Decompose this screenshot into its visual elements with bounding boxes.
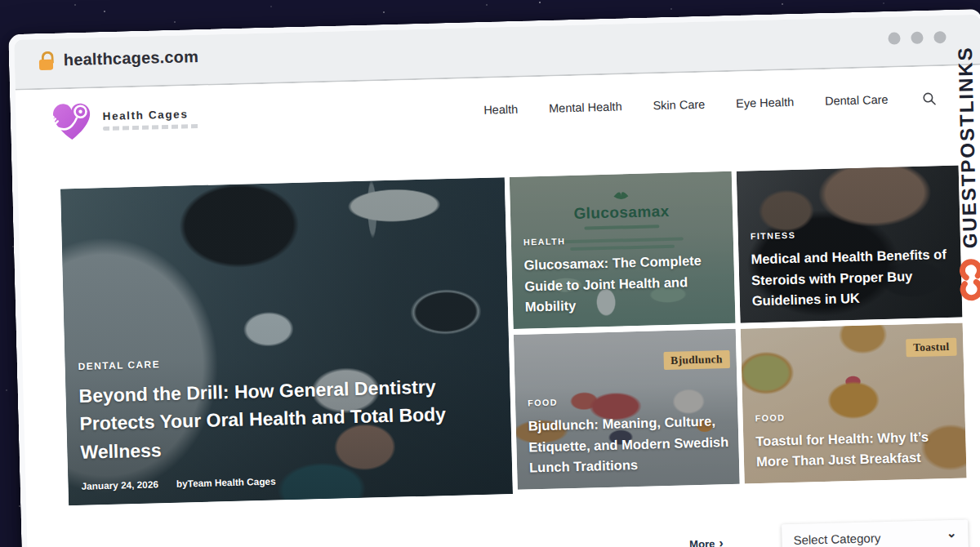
photo-brand-badge: Bjudlunch [663,350,730,370]
nav-item-dental-care[interactable]: Dental Care [825,93,889,108]
grid-column-right: FITNESS Medical and Health Benefits of S… [737,166,967,488]
guestpostlinks-watermark: GUESTPOSTLINKS [946,46,980,305]
nav-item-mental-health[interactable]: Mental Health [549,100,622,114]
window-dot[interactable] [911,31,923,43]
more-link[interactable]: More › [689,536,724,547]
window-dot[interactable] [888,32,900,44]
category-dropdown-label: Select Category [793,531,880,547]
search-icon[interactable] [922,91,936,105]
nav-item-health[interactable]: Health [483,103,518,117]
screenshot-stage: healthcages.com [0,0,980,547]
hero-title[interactable]: Beyond the Drill: How General Dentistry … [78,371,496,466]
card-text-overlay: FOOD Toastul for Health: Why It’s More T… [755,408,956,474]
below-fold-section: Global info More › Select Category ⌄ [69,519,969,547]
post-card-toastul[interactable]: Toastul FOOD Toastul for Health: Why It’… [741,323,967,484]
hero-text-overlay: DENTAL CARE Beyond the Drill: How Genera… [78,349,496,492]
featured-grid: DENTAL CARE Beyond the Drill: How Genera… [60,166,967,506]
logo-tagline [103,123,199,130]
hero-date: January 24, 2026 [81,478,158,491]
site-logo[interactable]: Health Cages [47,96,199,144]
nav-item-eye-health[interactable]: Eye Health [736,96,794,110]
card-text-overlay: FITNESS Medical and Health Benefits of S… [751,226,952,312]
card-text-overlay: FOOD Bjudlunch: Meaning, Culture, Etique… [528,393,729,478]
page-content: DENTAL CARE Beyond the Drill: How Genera… [17,140,980,547]
window-controls [888,30,946,44]
window-dot[interactable] [933,30,946,42]
url-text[interactable]: healthcages.com [64,47,199,69]
hero-post-card[interactable]: DENTAL CARE Beyond the Drill: How Genera… [60,177,513,505]
main-nav: Health Mental Health Skin Care Eye Healt… [483,91,937,118]
logo-text: Health Cages [102,107,199,130]
browser-window: healthcages.com [8,9,980,547]
card-text-overlay: HEALTH Glucosamax: The Complete Guide to… [523,232,725,318]
site-name: Health Cages [102,107,198,122]
nav-item-skin-care[interactable]: Skin Care [653,98,705,113]
grid-column-middle: Glucosamax HEALTH Glucosamax: The Comple… [510,171,740,494]
chain-link-icon [956,258,980,305]
watermark-text: GUESTPOSTLINKS [954,46,980,249]
post-card-glucosamax[interactable]: Glucosamax HEALTH Glucosamax: The Comple… [510,171,736,329]
card-title[interactable]: Glucosamax: The Complete Guide to Joint … [523,250,725,318]
heart-stethoscope-icon [47,98,96,144]
post-card-bjudlunch[interactable]: Bjudlunch FOOD Bjudlunch: Meaning, Cultu… [514,329,740,490]
more-arrow-icon: › [719,536,724,547]
section-heading-row: Global info More › [70,534,724,547]
category-dropdown[interactable]: Select Category ⌄ [782,519,969,547]
post-card-fitness[interactable]: FITNESS Medical and Health Benefits of S… [737,166,963,323]
photo-brand-badge: Toastul [906,338,957,358]
global-info-section: Global info More › [69,526,724,547]
card-title[interactable]: Toastul for Health: Why It’s More Than J… [755,426,956,474]
more-label[interactable]: More [689,537,715,547]
card-title[interactable]: Bjudlunch: Meaning, Culture, Etiquette, … [528,411,729,478]
lock-icon [39,51,54,69]
card-title[interactable]: Medical and Health Benefits of Steroids … [751,244,952,312]
